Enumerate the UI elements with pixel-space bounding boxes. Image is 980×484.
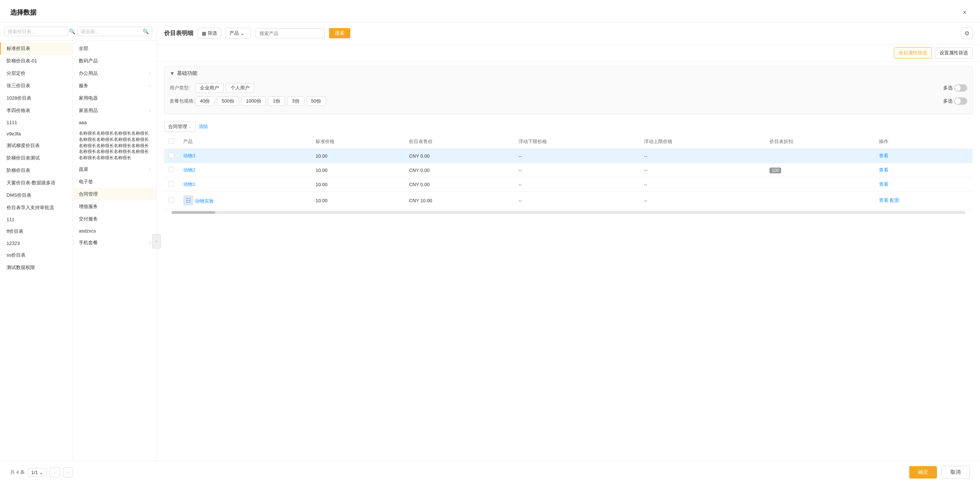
middle-list-item[interactable]: 手机套餐›: [73, 237, 156, 249]
active-filter-tag[interactable]: 合同管理 ⌄: [164, 121, 196, 132]
middle-list-item[interactable]: 蔬菜›: [73, 163, 156, 175]
package-toggle[interactable]: [954, 97, 967, 105]
left-list-item[interactable]: 张三价目表: [0, 80, 73, 92]
row-discount: 100: [765, 163, 875, 177]
action-link[interactable]: 查看: [879, 167, 888, 173]
clear-filter-link[interactable]: 清除: [199, 123, 208, 130]
product-search-input[interactable]: [255, 29, 325, 38]
left-list-item[interactable]: 阶梯价目表测试: [0, 152, 73, 164]
middle-list-item[interactable]: 增值服务: [73, 201, 156, 213]
left-list-item[interactable]: ff价目表: [0, 225, 73, 237]
user-type-tag[interactable]: 个人用户: [226, 83, 254, 93]
middle-search-area: 🔍: [73, 22, 156, 41]
row-checkbox[interactable]: [169, 181, 174, 186]
package-tag[interactable]: 1000份: [241, 96, 266, 106]
left-search-input[interactable]: [8, 29, 69, 34]
product-link[interactable]: 动物实验: [195, 198, 214, 204]
left-list-item[interactable]: v9e3fa: [0, 128, 73, 139]
package-tag[interactable]: 3份: [287, 96, 304, 106]
package-tag[interactable]: 500份: [217, 96, 239, 106]
middle-list-item[interactable]: 服务›: [73, 80, 156, 92]
middle-item-label: 家居用品: [79, 107, 98, 114]
row-list-price: CNY 0.00: [405, 149, 514, 163]
middle-list-item[interactable]: 电子签: [73, 175, 156, 188]
product-select-label: 产品: [229, 30, 239, 37]
left-list-item[interactable]: 价目表导入支持审批流: [0, 202, 73, 214]
middle-list-item[interactable]: aaa: [73, 117, 156, 128]
middle-list-item[interactable]: 数码产品: [73, 55, 156, 67]
middle-list: 全部数码产品办公用品›服务›家用电器家居用品›aaa名称很长名称很长名称很长名称…: [73, 41, 156, 460]
left-list-item[interactable]: 111: [0, 214, 73, 225]
row-checkbox[interactable]: [169, 167, 174, 172]
left-list-item[interactable]: 测试梯度价目表: [0, 139, 73, 152]
next-page-button[interactable]: ›: [63, 467, 73, 478]
prev-page-button[interactable]: ‹: [49, 467, 60, 478]
action-link[interactable]: 查看: [879, 182, 888, 187]
scrollbar-thumb[interactable]: [172, 211, 215, 214]
row-checkbox[interactable]: [169, 197, 174, 202]
product-link[interactable]: 动物2: [183, 167, 195, 173]
product-search-button[interactable]: 搜索: [329, 28, 350, 38]
middle-search-icon[interactable]: 🔍: [143, 29, 149, 34]
collapse-attr-btn[interactable]: 收起属性筛选: [894, 48, 932, 58]
cancel-button[interactable]: 取消: [941, 466, 970, 479]
multi-label-2: 多选: [943, 98, 953, 104]
middle-search-input[interactable]: [81, 29, 143, 34]
settings-icon-button[interactable]: ⚙: [961, 27, 973, 39]
middle-collapse-button[interactable]: ‹: [152, 234, 161, 248]
pagination-select[interactable]: 1/1 ⌄: [28, 468, 46, 477]
middle-list-item[interactable]: asdzxcs: [73, 225, 156, 237]
user-type-tag[interactable]: 企业用户: [195, 83, 224, 93]
row-float-max: --: [640, 163, 765, 177]
confirm-button[interactable]: 确定: [909, 466, 937, 479]
filter-icon: ▦: [202, 31, 206, 36]
action-link[interactable]: 配置: [890, 197, 899, 203]
left-list-item[interactable]: 天窗价目表-数据级多语: [0, 177, 73, 189]
middle-list-item[interactable]: 办公用品›: [73, 67, 156, 80]
middle-search-box[interactable]: 🔍: [77, 27, 152, 36]
package-multi-toggle: 多选: [943, 97, 967, 105]
row-action-cell: 查看: [875, 177, 973, 192]
middle-item-label: 合同管理: [79, 191, 98, 197]
total-count: 共 4 条: [10, 469, 25, 476]
left-list-item[interactable]: 李四价格表: [0, 104, 73, 117]
product-link[interactable]: 动物3: [183, 153, 195, 158]
left-list-item[interactable]: DMS价目表: [0, 189, 73, 202]
collapse-icon[interactable]: ▼: [170, 70, 175, 76]
row-checkbox[interactable]: [169, 153, 174, 158]
left-list-item[interactable]: 1111: [0, 117, 73, 128]
left-list-item[interactable]: 12323: [0, 237, 73, 249]
action-link[interactable]: 查看: [879, 197, 888, 203]
middle-long-item[interactable]: 名称很长名称很长名称很长名称很长名称很长名称很长名称很长名称很长名称很长名称很长…: [73, 128, 156, 163]
middle-list-item[interactable]: 家用电器: [73, 92, 156, 104]
action-link[interactable]: 查看: [879, 153, 888, 158]
left-search-box[interactable]: 🔍: [5, 27, 68, 36]
horizontal-scrollbar[interactable]: [172, 211, 966, 214]
left-list-item[interactable]: 标准价目表: [0, 42, 73, 55]
user-type-toggle[interactable]: [954, 84, 967, 92]
user-type-row: 用户类型: 企业用户个人用户 多选: [170, 83, 967, 93]
footer-info: 共 4 条 1/1 ⌄ ‹ ›: [10, 467, 73, 478]
package-tag[interactable]: 50份: [307, 96, 326, 106]
close-button[interactable]: ×: [959, 7, 970, 18]
middle-list-item[interactable]: 合同管理: [73, 188, 156, 201]
left-list-item[interactable]: 分层定价: [0, 67, 73, 80]
set-attr-btn[interactable]: 设置属性筛选: [935, 48, 973, 58]
middle-list-item[interactable]: 交付服务: [73, 213, 156, 225]
active-filter-bar: 合同管理 ⌄ 清除: [157, 119, 980, 135]
package-tag[interactable]: 40份: [195, 96, 215, 106]
product-select-dropdown[interactable]: 产品 ⌄: [226, 28, 251, 39]
product-link[interactable]: 动物1: [183, 182, 195, 187]
left-list-item[interactable]: 阶梯价目表: [0, 164, 73, 177]
select-all-checkbox[interactable]: [169, 139, 174, 144]
filter-section: ▼ 基础功能 用户类型: 企业用户个人用户 多选 套餐包规格: 40份5: [164, 66, 973, 114]
middle-list-item[interactable]: 家居用品›: [73, 104, 156, 117]
left-list-item[interactable]: 阶梯价目表-01: [0, 55, 73, 67]
package-tag[interactable]: 1份: [268, 96, 285, 106]
left-list-item[interactable]: ss价目表: [0, 249, 73, 261]
left-list-item[interactable]: 1028价目表: [0, 92, 73, 104]
row-list-price: CNY 10.00: [405, 192, 514, 210]
filter-button[interactable]: ▦ 筛选: [198, 28, 221, 39]
left-list-item[interactable]: 测试数据权限: [0, 261, 73, 274]
user-type-label: 用户类型:: [170, 85, 195, 91]
